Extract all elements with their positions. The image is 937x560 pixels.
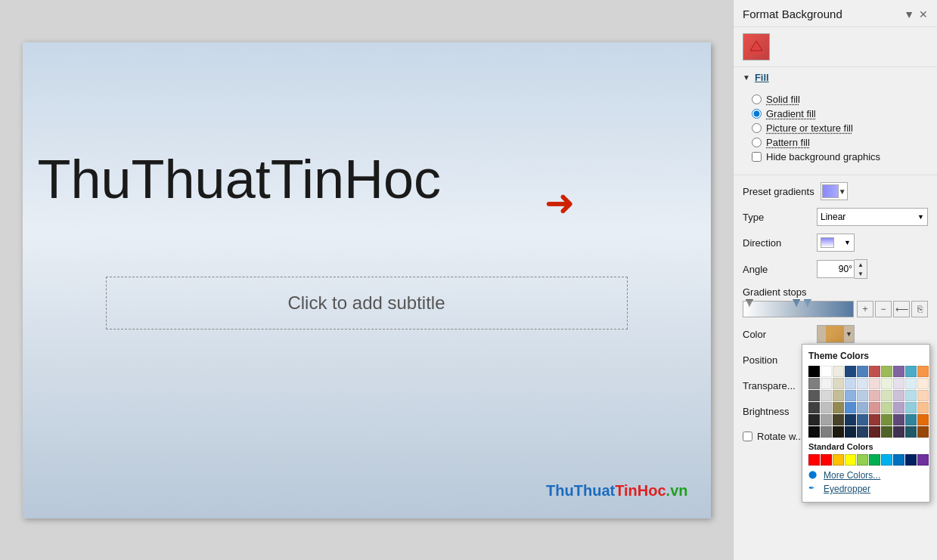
standard-color-cell[interactable] xyxy=(917,454,929,466)
eyedropper-link[interactable]: Eyedropper xyxy=(824,484,870,494)
preset-gradients-box[interactable]: ▼ xyxy=(821,182,848,200)
hide-graphics-row[interactable]: Hide background graphics xyxy=(752,151,928,162)
theme-color-cell[interactable] xyxy=(917,414,929,425)
standard-color-cell[interactable] xyxy=(893,454,904,466)
color-swatch-btn[interactable]: ▼ xyxy=(817,325,855,343)
type-dropdown[interactable]: Linear ▼ xyxy=(817,208,928,226)
theme-color-cell[interactable] xyxy=(881,378,892,389)
theme-color-cell[interactable] xyxy=(893,414,904,425)
standard-color-cell[interactable] xyxy=(905,454,917,466)
theme-color-cell[interactable] xyxy=(869,402,880,413)
theme-color-cell[interactable] xyxy=(893,426,904,438)
standard-color-cell[interactable] xyxy=(857,454,868,466)
gradient-fill-row[interactable]: Gradient fill xyxy=(752,108,928,119)
theme-color-cell[interactable] xyxy=(893,390,904,401)
standard-color-cell[interactable] xyxy=(881,454,892,466)
theme-color-cell[interactable] xyxy=(905,426,917,438)
theme-color-cell[interactable] xyxy=(833,378,844,389)
angle-spinner[interactable]: ▲ ▼ xyxy=(855,259,867,279)
theme-color-cell[interactable] xyxy=(905,390,917,401)
theme-color-cell[interactable] xyxy=(845,378,856,389)
theme-color-cell[interactable] xyxy=(905,366,917,377)
theme-color-cell[interactable] xyxy=(845,390,856,401)
eyedropper-row[interactable]: ✒ Eyedropper xyxy=(808,482,923,496)
theme-color-cell[interactable] xyxy=(917,366,929,377)
fill-section-header[interactable]: ▼ Fill xyxy=(734,67,937,88)
theme-color-cell[interactable] xyxy=(857,366,868,377)
angle-down[interactable]: ▼ xyxy=(855,269,867,278)
theme-color-cell[interactable] xyxy=(869,426,880,438)
theme-color-cell[interactable] xyxy=(869,366,880,377)
theme-color-cell[interactable] xyxy=(833,426,844,438)
solid-fill-row[interactable]: Solid fill xyxy=(752,94,928,105)
theme-color-cell[interactable] xyxy=(845,426,856,438)
pattern-fill-row[interactable]: Pattern fill xyxy=(752,137,928,148)
theme-color-cell[interactable] xyxy=(857,378,868,389)
gradient-bar[interactable] xyxy=(743,301,854,317)
theme-color-cell[interactable] xyxy=(881,366,892,377)
hide-graphics-checkbox[interactable] xyxy=(752,152,762,162)
theme-color-cell[interactable] xyxy=(917,402,929,413)
theme-color-cell[interactable] xyxy=(905,378,917,389)
theme-color-cell[interactable] xyxy=(893,378,904,389)
theme-color-cell[interactable] xyxy=(808,390,820,401)
theme-color-cell[interactable] xyxy=(821,366,832,377)
theme-color-cell[interactable] xyxy=(917,378,929,389)
theme-color-cell[interactable] xyxy=(917,390,929,401)
more-colors-link[interactable]: More Colors... xyxy=(824,470,880,481)
reverse-stops-btn[interactable]: ⟵ xyxy=(893,301,910,317)
theme-color-cell[interactable] xyxy=(905,414,917,425)
theme-color-cell[interactable] xyxy=(893,402,904,413)
picture-fill-row[interactable]: Picture or texture fill xyxy=(752,122,928,134)
angle-up[interactable]: ▲ xyxy=(855,260,867,269)
rotate-checkbox[interactable] xyxy=(743,432,752,441)
fill-icon[interactable] xyxy=(743,33,770,60)
theme-color-cell[interactable] xyxy=(869,414,880,425)
theme-color-cell[interactable] xyxy=(869,378,880,389)
theme-color-cell[interactable] xyxy=(857,402,868,413)
picture-fill-radio[interactable] xyxy=(752,123,762,133)
panel-dropdown-icon[interactable]: ▼ xyxy=(904,8,914,20)
theme-color-cell[interactable] xyxy=(808,414,820,425)
remove-stop-btn[interactable]: − xyxy=(875,301,892,317)
theme-color-cell[interactable] xyxy=(893,366,904,377)
standard-color-cell[interactable] xyxy=(869,454,880,466)
theme-color-cell[interactable] xyxy=(845,402,856,413)
solid-fill-radio[interactable] xyxy=(752,94,762,104)
add-stop-btn[interactable]: + xyxy=(857,301,873,317)
theme-color-cell[interactable] xyxy=(881,426,892,438)
theme-color-cell[interactable] xyxy=(881,402,892,413)
theme-color-cell[interactable] xyxy=(833,390,844,401)
slide-subtitle[interactable]: Click to add subtitle xyxy=(106,277,628,330)
more-colors-row[interactable]: ⬤ More Colors... xyxy=(808,469,923,482)
theme-color-cell[interactable] xyxy=(808,402,820,413)
theme-color-cell[interactable] xyxy=(821,378,832,389)
theme-color-cell[interactable] xyxy=(821,414,832,425)
panel-close-icon[interactable]: ✕ xyxy=(919,8,928,20)
angle-input[interactable] xyxy=(817,260,855,278)
theme-color-cell[interactable] xyxy=(808,378,820,389)
theme-color-cell[interactable] xyxy=(905,402,917,413)
theme-color-cell[interactable] xyxy=(821,390,832,401)
theme-color-cell[interactable] xyxy=(857,414,868,425)
standard-color-cell[interactable] xyxy=(833,454,844,466)
theme-color-cell[interactable] xyxy=(857,426,868,438)
theme-color-cell[interactable] xyxy=(845,366,856,377)
direction-box[interactable]: ▼ xyxy=(817,234,855,252)
theme-color-cell[interactable] xyxy=(808,366,820,377)
theme-color-cell[interactable] xyxy=(833,414,844,425)
theme-color-cell[interactable] xyxy=(917,426,929,438)
theme-color-cell[interactable] xyxy=(881,390,892,401)
theme-color-cell[interactable] xyxy=(881,414,892,425)
gradient-fill-radio[interactable] xyxy=(752,109,762,119)
theme-color-cell[interactable] xyxy=(808,426,820,438)
theme-color-cell[interactable] xyxy=(869,390,880,401)
standard-color-cell[interactable] xyxy=(845,454,856,466)
theme-color-cell[interactable] xyxy=(845,414,856,425)
standard-color-cell[interactable] xyxy=(821,454,832,466)
pattern-fill-radio[interactable] xyxy=(752,138,762,147)
theme-color-cell[interactable] xyxy=(821,402,832,413)
standard-color-cell[interactable] xyxy=(808,454,820,466)
theme-color-cell[interactable] xyxy=(857,390,868,401)
theme-color-cell[interactable] xyxy=(833,402,844,413)
